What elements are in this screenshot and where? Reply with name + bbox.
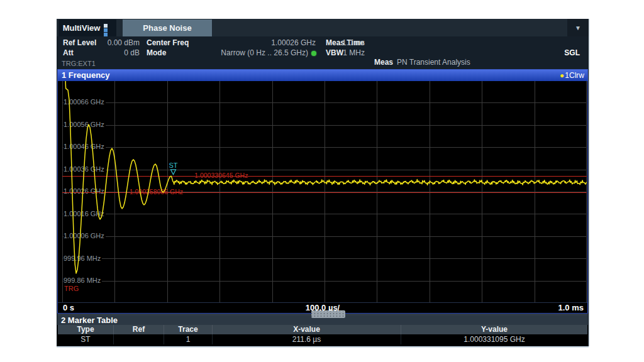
- marker-table-cell: 1: [164, 334, 212, 344]
- meas-value[interactable]: PN Transient Analysis: [397, 58, 470, 67]
- ref-level-value[interactable]: 0.00 dBm: [102, 38, 140, 47]
- marker-table-cell: [113, 334, 164, 344]
- marker-table-header-cell: Ref: [113, 325, 164, 334]
- trace-state-label: 1Clrw: [565, 71, 584, 80]
- trace-state-tag[interactable]: ●1Clrw: [560, 70, 584, 81]
- tab-multiview-label: MultiView: [63, 23, 101, 33]
- marker-table-header-cell: X-value: [212, 325, 401, 334]
- vbw-value[interactable]: 1 MHz: [333, 48, 365, 57]
- marker-table-cell: 211.6 µs: [212, 334, 401, 344]
- marker-table-window: 2 Marker Table TypeRefTraceX-valueY-valu…: [57, 314, 588, 346]
- marker-table-cell: ST: [58, 334, 113, 344]
- center-freq-value[interactable]: 1.00026 GHz: [214, 38, 316, 47]
- page-background: MultiView Phase Noise ▼ Ref Level 0.00 d…: [0, 0, 644, 362]
- marker-table-header-cell: Y-value: [401, 325, 587, 334]
- marker-table-title: 2 Marker Table: [61, 315, 118, 325]
- frequency-window: 1 Frequency ●1Clrw 1.00066 GHz1.00056 GH…: [57, 69, 588, 314]
- att-value[interactable]: 0 dB: [102, 48, 140, 57]
- svg-text:1.000330645 GHz: 1.000330645 GHz: [194, 172, 248, 179]
- tab-phase-noise[interactable]: Phase Noise: [123, 19, 212, 36]
- marker-table-header: TypeRefTraceX-valueY-value: [58, 325, 587, 334]
- x-axis-end: 1.0 ms: [558, 303, 584, 313]
- trace-color-dot-icon: ●: [560, 71, 564, 80]
- mode-led-icon: [311, 51, 316, 56]
- chevron-down-icon: ▼: [575, 25, 581, 31]
- svg-text:TRG: TRG: [64, 285, 79, 292]
- mode-label: Mode: [147, 48, 166, 57]
- meas-label: Meas: [374, 58, 393, 67]
- trigger-status: TRG:EXT1: [62, 60, 96, 67]
- frequency-window-titlebar[interactable]: 1 Frequency ●1Clrw: [58, 70, 587, 81]
- marker-table-body: ST1211.6 µs1.000331095 GHz: [57, 334, 588, 344]
- settling-time-marker-icon: [170, 170, 175, 175]
- marker-table-cell: 1.000331095 GHz: [401, 334, 587, 344]
- settings-header: Ref Level 0.00 dBm Center Freq 1.00026 G…: [57, 36, 589, 69]
- meas-time-value[interactable]: 1.0 ms: [333, 38, 365, 47]
- analyzer-screen: MultiView Phase Noise ▼ Ref Level 0.00 d…: [57, 19, 589, 346]
- tab-multiview[interactable]: MultiView: [58, 19, 116, 36]
- svg-text:1.000258086 GHz: 1.000258086 GHz: [130, 188, 183, 195]
- channel-tab-bar: MultiView Phase Noise ▼: [57, 19, 589, 36]
- multiview-grid-icon: [104, 24, 112, 32]
- marker-table-header-cell: Type: [58, 325, 113, 334]
- window-splitter-handle[interactable]: [311, 310, 345, 318]
- mode-value[interactable]: Narrow (0 Hz .. 26.5 GHz): [170, 48, 308, 57]
- trace-layer: 1.000330645 GHz1.000258086 GHzSTTRG: [62, 81, 587, 302]
- tab-overflow-button[interactable]: ▼: [567, 19, 589, 36]
- ref-level-label: Ref Level: [63, 38, 96, 47]
- att-label: Att: [63, 48, 74, 57]
- center-freq-label: Center Freq: [147, 38, 189, 47]
- plot-area[interactable]: 1.00066 GHz1.00056 GHz1.00046 GHz1.00036…: [58, 81, 587, 302]
- frequency-window-title: 1 Frequency: [62, 70, 110, 81]
- svg-text:ST: ST: [169, 162, 177, 169]
- marker-table-header-cell: Trace: [164, 325, 212, 334]
- marker-table-row[interactable]: ST1211.6 µs1.000331095 GHz: [58, 334, 587, 344]
- tab-phase-noise-label: Phase Noise: [143, 23, 191, 33]
- sgl-badge: SGL: [564, 48, 580, 57]
- x-axis-start: 0 s: [63, 303, 74, 313]
